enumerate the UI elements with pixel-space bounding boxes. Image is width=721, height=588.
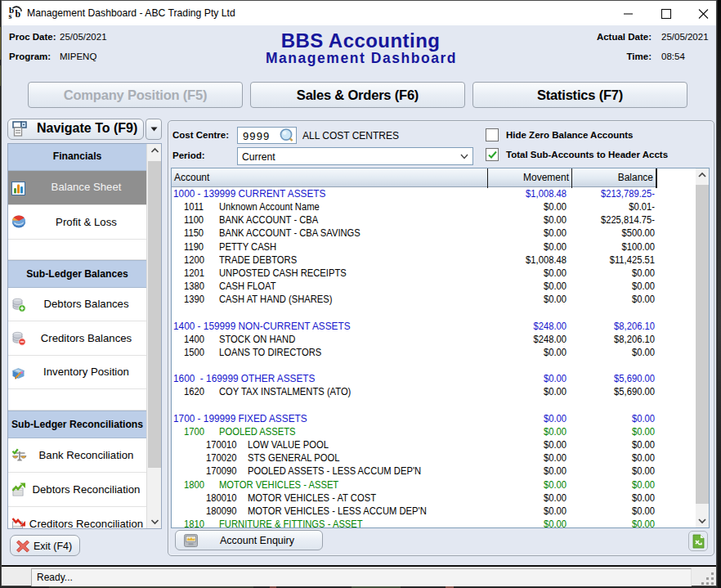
- svg-text:b: b: [16, 8, 21, 20]
- svg-text:s: s: [9, 11, 12, 20]
